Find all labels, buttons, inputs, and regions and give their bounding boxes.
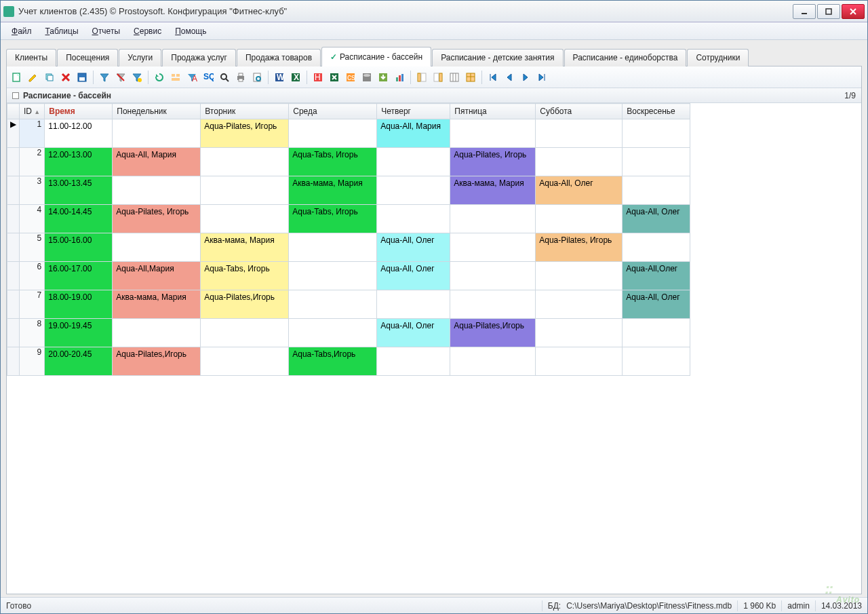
row-pointer[interactable]: [7, 205, 20, 233]
col-sun[interactable]: Воскресенье: [623, 104, 690, 119]
nav-last-icon[interactable]: [534, 70, 549, 85]
cell-sun[interactable]: [623, 148, 690, 176]
table-row[interactable]: 313.00-13.45Аква-мама, МарияАква-мама, М…: [7, 176, 690, 205]
sql-icon[interactable]: SQL: [201, 70, 216, 85]
col-fri[interactable]: Пятница: [450, 104, 536, 119]
nav-first-icon[interactable]: [486, 70, 500, 85]
row-pointer[interactable]: [7, 233, 20, 262]
cell-sat[interactable]: [536, 290, 623, 319]
filter-edit-icon[interactable]: [130, 70, 144, 85]
cell-mon[interactable]: Аква-мама, Мария: [113, 290, 201, 319]
export-html-icon[interactable]: H: [311, 70, 326, 85]
save-icon[interactable]: [75, 70, 90, 85]
cell-sat[interactable]: [536, 119, 623, 148]
col-id[interactable]: ID ▲: [20, 104, 45, 119]
cell-sun[interactable]: [623, 319, 690, 347]
cell-mon[interactable]: [113, 119, 201, 148]
cell-wed[interactable]: [289, 262, 377, 290]
edit-icon[interactable]: [26, 70, 41, 85]
preview-icon[interactable]: [250, 70, 264, 85]
cell-wed[interactable]: [289, 119, 377, 148]
menu-отчеты[interactable]: Отчеты: [85, 24, 127, 39]
cell-thu[interactable]: [377, 205, 450, 233]
cell-thu[interactable]: [377, 148, 450, 176]
menu-таблицы[interactable]: Таблицы: [39, 24, 85, 39]
col-mon[interactable]: Понедельник: [113, 104, 201, 119]
table-row[interactable]: 616.00-17.00Aqua-All,МарияAqua-Tabs, Иго…: [7, 262, 690, 290]
cell-mon[interactable]: [113, 233, 201, 262]
tab-3[interactable]: Продажа услуг: [162, 49, 236, 66]
cell-mon[interactable]: Aqua-Pilates, Игорь: [113, 205, 201, 233]
cell-sun[interactable]: Aqua-All, Олег: [623, 205, 690, 233]
cell-thu[interactable]: [377, 290, 450, 319]
cell-id[interactable]: 2: [20, 148, 45, 176]
cell-wed[interactable]: Aqua-Tabs,Игорь: [289, 347, 377, 376]
chart-icon[interactable]: [392, 70, 407, 85]
cell-wed[interactable]: [289, 233, 377, 262]
cell-thu[interactable]: [377, 176, 450, 205]
cell-thu[interactable]: [377, 347, 450, 376]
cell-sat[interactable]: Aqua-All, Олег: [536, 176, 623, 205]
row-pointer[interactable]: [7, 290, 20, 319]
cell-mon[interactable]: Aqua-Pilates,Игорь: [113, 347, 201, 376]
export-xls-icon[interactable]: [327, 70, 342, 85]
export-word-icon[interactable]: W: [272, 70, 287, 85]
menu-файл[interactable]: Файл: [5, 24, 39, 39]
col-thu[interactable]: Четверг: [377, 104, 450, 119]
cell-fri[interactable]: [450, 262, 536, 290]
cell-fri[interactable]: [450, 347, 536, 376]
cell-wed[interactable]: [289, 319, 377, 347]
menu-сервис[interactable]: Сервис: [127, 24, 168, 39]
cell-time[interactable]: 12.00-13.00: [45, 148, 113, 176]
cell-tue[interactable]: Aqua-Tabs, Игорь: [201, 262, 289, 290]
col-wed[interactable]: Среда: [289, 104, 377, 119]
cell-tue[interactable]: [201, 347, 289, 376]
cell-time[interactable]: 18.00-19.00: [45, 290, 113, 319]
cell-wed[interactable]: Aqua-Tabs, Игорь: [289, 205, 377, 233]
cell-id[interactable]: 4: [20, 205, 45, 233]
group-icon[interactable]: [168, 70, 183, 85]
cell-sat[interactable]: [536, 205, 623, 233]
row-pointer[interactable]: [7, 319, 20, 347]
row-pointer[interactable]: ▶: [7, 119, 20, 148]
titlebar[interactable]: Учет клиентов (2.435) © Prostoysoft. Кон…: [1, 1, 867, 22]
find-icon[interactable]: [217, 70, 232, 85]
table-row[interactable]: ▶111.00-12.00Aqua-Pilates, ИгорьAqua-All…: [7, 119, 690, 148]
cell-fri[interactable]: [450, 205, 536, 233]
export-dbf-icon[interactable]: [359, 70, 374, 85]
table-row[interactable]: 718.00-19.00Аква-мама, МарияAqua-Pilates…: [7, 290, 690, 319]
cell-id[interactable]: 5: [20, 233, 45, 262]
row-pointer[interactable]: [7, 262, 20, 290]
col-time[interactable]: Время: [45, 104, 113, 119]
cell-sun[interactable]: [623, 119, 690, 148]
refresh-icon[interactable]: [152, 70, 167, 85]
cell-tue[interactable]: [201, 148, 289, 176]
cell-time[interactable]: 14.00-14.45: [45, 205, 113, 233]
cell-sun[interactable]: [623, 176, 690, 205]
cell-id[interactable]: 7: [20, 290, 45, 319]
cell-fri[interactable]: Aqua-Pilates,Игорь: [450, 319, 536, 347]
col-rowptr[interactable]: [7, 104, 20, 119]
schedule-grid[interactable]: ID ▲ВремяПонедельникВторникСредаЧетвергП…: [7, 103, 690, 376]
tab-7[interactable]: Расписание - единоборства: [564, 49, 687, 66]
cell-fri[interactable]: Aqua-Pilates, Игорь: [450, 148, 536, 176]
cell-wed[interactable]: Aqua-Tabs, Игорь: [289, 148, 377, 176]
cell-sat[interactable]: [536, 262, 623, 290]
tab-2[interactable]: Услуги: [119, 49, 161, 66]
cell-fri[interactable]: [450, 290, 536, 319]
cell-tue[interactable]: [201, 319, 289, 347]
cell-fri[interactable]: Аква-мама, Мария: [450, 176, 536, 205]
cell-id[interactable]: 3: [20, 176, 45, 205]
row-pointer[interactable]: [7, 148, 20, 176]
cell-sun[interactable]: Aqua-All, Олег: [623, 290, 690, 319]
table-row[interactable]: 212.00-13.00Aqua-All, МарияAqua-Tabs, Иг…: [7, 148, 690, 176]
cell-tue[interactable]: Аква-мама, Мария: [201, 233, 289, 262]
cell-tue[interactable]: Aqua-Pilates, Игорь: [201, 119, 289, 148]
table-row[interactable]: 819.00-19.45Aqua-All, ОлегAqua-Pilates,И…: [7, 319, 690, 347]
import-icon[interactable]: [376, 70, 391, 85]
cell-thu[interactable]: Aqua-All, Олег: [377, 233, 450, 262]
layout-icon[interactable]: [463, 70, 478, 85]
cell-mon[interactable]: [113, 319, 201, 347]
export-csv-icon[interactable]: csv: [343, 70, 358, 85]
tab-1[interactable]: Посещения: [57, 49, 118, 66]
